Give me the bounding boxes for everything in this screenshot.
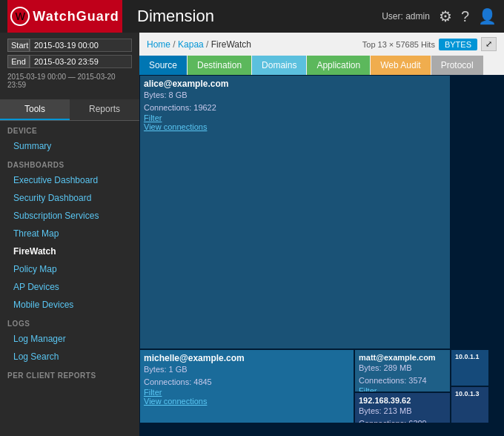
section-device: DEVICE: [0, 121, 139, 137]
michelle-filter-link[interactable]: Filter: [144, 388, 350, 397]
tab-protocol[interactable]: Protocol: [431, 56, 483, 75]
cell-matt-label: matt@example.com Bytes: 289 MB Connectio…: [355, 350, 450, 392]
sidebar-tabs: Tools Reports: [0, 99, 139, 121]
breadcrumb-current: FireWatch: [211, 39, 251, 50]
ip1-connections: Connections: 6309: [359, 417, 446, 424]
michelle-connections-link[interactable]: View connections: [144, 397, 350, 406]
michelle-bytes: Bytes: 1 GB: [144, 363, 350, 376]
section-per-client-reports: PER CLIENT REPORTS: [0, 366, 139, 382]
ip1-name: 192.168.39.62: [359, 396, 446, 405]
breadcrumb-bar: Home / Kapaa / FireWatch Top 13 × 57685 …: [139, 33, 504, 56]
alice-bytes: Bytes: 8 GB: [144, 89, 446, 102]
treemap-cell-alice[interactable]: alice@example.com Bytes: 8 GB Connection…: [139, 75, 451, 349]
tab-domains[interactable]: Domains: [252, 56, 306, 75]
sidebar-item-mobile-devices[interactable]: Mobile Devices: [0, 296, 139, 314]
date-range-text: 2015-03-19 00:00 — 2015-03-20 23:59: [7, 71, 132, 93]
settings-icon[interactable]: ⚙: [439, 7, 452, 25]
end-row: End 2015-03-20 23:59: [7, 55, 132, 68]
ip2-name: 10.0.1.1: [455, 353, 485, 360]
breadcrumb: Home / Kapaa / FireWatch: [147, 39, 251, 50]
tab-webaudit[interactable]: Web Audit: [371, 56, 430, 75]
main-layout: Start 2015-03-19 00:00 End 2015-03-20 23…: [0, 33, 504, 436]
end-value[interactable]: 2015-03-20 23:59: [30, 55, 132, 68]
header: W WatchGuard Dimension User: admin ⚙ ? 👤: [0, 0, 504, 33]
sidebar-item-subscription-services[interactable]: Subscription Services: [0, 207, 139, 225]
nav-section: − DEVICE Summary DASHBOARDS Executive Da…: [0, 121, 139, 382]
ip1-bytes: Bytes: 213 MB: [359, 405, 446, 417]
cell-ip2-label: 10.0.1.1: [451, 350, 488, 363]
bytes-button[interactable]: BYTES: [439, 39, 477, 50]
cell-michelle-label: michelle@example.com Bytes: 1 GB Connect…: [140, 350, 354, 409]
reports-tab[interactable]: Reports: [70, 99, 139, 120]
sidebar: Start 2015-03-19 00:00 End 2015-03-20 23…: [0, 33, 139, 436]
sidebar-item-log-manager[interactable]: Log Manager: [0, 330, 139, 348]
alice-name: alice@example.com: [144, 79, 446, 89]
treemap-container: alice@example.com Bytes: 8 GB Connection…: [139, 75, 504, 436]
content-tabs: Source Destination Domains Application W…: [139, 56, 504, 75]
alice-filter-link[interactable]: Filter: [144, 113, 446, 122]
tools-tab[interactable]: Tools: [0, 99, 70, 120]
user-label: User: admin: [382, 11, 430, 22]
cell-alice-label: alice@example.com Bytes: 8 GB Connection…: [140, 76, 450, 134]
matt-filter-link[interactable]: Filter: [359, 386, 446, 392]
sidebar-item-executive-dashboard[interactable]: Executive Dashboard: [0, 171, 139, 189]
section-logs: LOGS: [0, 314, 139, 330]
end-label: End: [7, 55, 30, 68]
ip3-name: 10.0.1.3: [455, 390, 485, 397]
section-dashboards: DASHBOARDS: [0, 155, 139, 171]
tab-destination[interactable]: Destination: [188, 56, 251, 75]
matt-connections: Connections: 3574: [359, 374, 446, 387]
treemap-cell-right-large: [489, 75, 504, 423]
matt-bytes: Bytes: 289 MB: [359, 362, 446, 374]
logo-text: WatchGuard: [33, 9, 119, 24]
sidebar-item-log-search[interactable]: Log Search: [0, 348, 139, 366]
header-right: User: admin ⚙ ? 👤: [382, 7, 497, 25]
treemap-cell-matt[interactable]: matt@example.com Bytes: 289 MB Connectio…: [354, 349, 451, 392]
user-icon[interactable]: 👤: [478, 7, 497, 25]
breadcrumb-home[interactable]: Home: [147, 39, 170, 50]
sidebar-item-ap-devices[interactable]: AP Devices: [0, 278, 139, 296]
alice-connections: Connections: 19622: [144, 102, 446, 114]
cell-ip1-label: 192.168.39.62 Bytes: 213 MB Connections:…: [355, 393, 450, 423]
sidebar-item-security-dashboard[interactable]: Security Dashboard: [0, 189, 139, 207]
treemap-cell-ip2[interactable]: 10.0.1.1: [451, 349, 489, 386]
start-value[interactable]: 2015-03-19 00:00: [30, 39, 132, 52]
cell-ip3-label: 10.0.1.3: [451, 387, 488, 400]
start-row: Start 2015-03-19 00:00: [7, 39, 132, 52]
help-icon[interactable]: ?: [461, 8, 469, 25]
treemap-cell-ip1[interactable]: 192.168.39.62 Bytes: 213 MB Connections:…: [354, 392, 451, 423]
sidebar-item-summary[interactable]: Summary: [0, 137, 139, 155]
breadcrumb-sep2: /: [206, 39, 211, 50]
breadcrumb-kapaa[interactable]: Kapaa: [178, 39, 204, 50]
sidebar-item-firewatch[interactable]: FireWatch: [0, 242, 139, 260]
top-hits-text: Top 13 × 57685 Hits: [362, 40, 435, 49]
tab-source[interactable]: Source: [139, 56, 187, 75]
sidebar-item-policy-map[interactable]: Policy Map: [0, 260, 139, 278]
treemap-cell-ip3[interactable]: 10.0.1.3: [451, 386, 489, 423]
expand-button[interactable]: ⤢: [481, 37, 497, 51]
matt-name: matt@example.com: [359, 353, 446, 362]
start-label: Start: [7, 39, 30, 52]
alice-connections-link[interactable]: View connections: [144, 122, 446, 131]
app-title: Dimension: [137, 7, 382, 26]
sidebar-item-threat-map[interactable]: Threat Map: [0, 225, 139, 242]
treemap-cell-michelle[interactable]: michelle@example.com Bytes: 1 GB Connect…: [139, 349, 354, 423]
date-controls: Start 2015-03-19 00:00 End 2015-03-20 23…: [0, 33, 139, 99]
logo-area: W WatchGuard: [7, 0, 122, 33]
michelle-connections: Connections: 4845: [144, 376, 350, 389]
top-hits-area: Top 13 × 57685 Hits BYTES ⤢: [362, 37, 497, 51]
michelle-name: michelle@example.com: [144, 353, 350, 363]
main-content: Home / Kapaa / FireWatch Top 13 × 57685 …: [139, 33, 504, 436]
tab-application[interactable]: Application: [307, 56, 370, 75]
logo-w-icon: W: [10, 7, 30, 26]
